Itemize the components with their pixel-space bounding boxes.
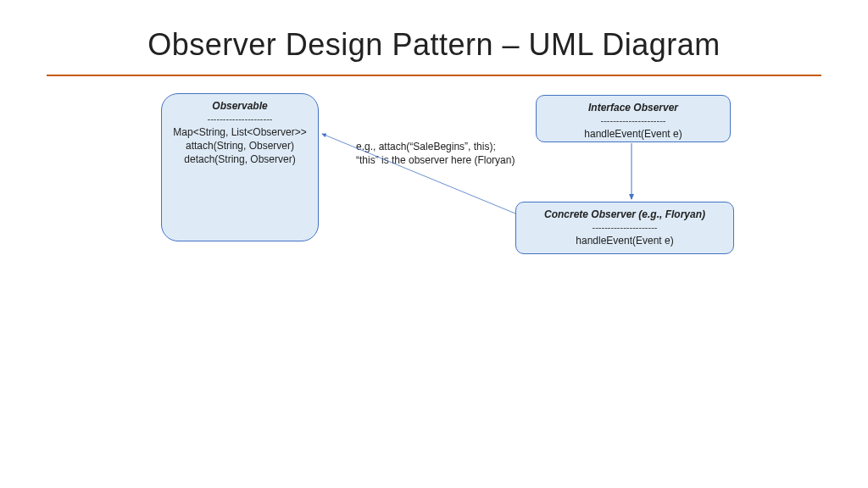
box-separator: ---------------------: [543, 114, 723, 127]
box-title: Concrete Observer (e.g., Floryan): [523, 208, 726, 221]
box-line: detach(String, Observer): [169, 152, 311, 166]
box-line: handleEvent(Event e): [543, 127, 723, 141]
uml-box-concrete-observer: Concrete Observer (e.g., Floryan) ------…: [515, 202, 734, 254]
annotation-text: e.g., attach(“SaleBegins”, this); “this”…: [356, 141, 515, 167]
uml-box-observable: Observable --------------------- Map<Str…: [161, 93, 319, 241]
annotation-line: e.g., attach(“SaleBegins”, this);: [356, 141, 515, 154]
annotation-line: “this” is the observer here (Floryan): [356, 154, 515, 168]
title-underline: [47, 75, 821, 76]
box-line: handleEvent(Event e): [523, 234, 726, 247]
box-line: attach(String, Observer): [169, 139, 311, 152]
box-separator: ---------------------: [169, 113, 311, 125]
box-separator: ---------------------: [523, 221, 726, 234]
box-line: Map<String, List<Observer>>: [169, 125, 311, 139]
box-title: Interface Observer: [543, 101, 723, 114]
uml-box-observer-interface: Interface Observer ---------------------…: [536, 95, 731, 142]
box-title: Observable: [169, 99, 311, 113]
page-title: Observer Design Pattern – UML Diagram: [0, 27, 868, 63]
arrows-svg: [0, 0, 868, 488]
